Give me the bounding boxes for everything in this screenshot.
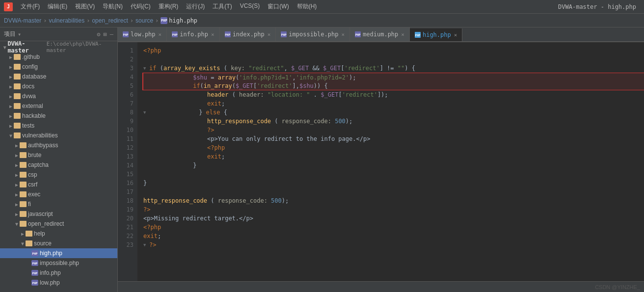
label-docs: docs <box>22 83 34 90</box>
tree-source[interactable]: ▼ source <box>0 239 117 248</box>
breadcrumb-root[interactable]: DVWA-master <box>4 17 41 24</box>
tree-javascript[interactable]: ▶ javascript <box>0 209 117 219</box>
menu-window[interactable]: 窗口(W) <box>264 0 293 13</box>
tree-database[interactable]: ▶ database <box>0 72 117 81</box>
code-str-info1: 'info.php?id=1' <box>239 73 292 82</box>
tree-tests[interactable]: ▶ tests <box>0 121 117 131</box>
sidebar-dropdown-icon[interactable]: ▾ <box>18 31 21 38</box>
menu-run[interactable]: 运行(J) <box>182 0 209 13</box>
code-kw-exit-3: exit <box>143 232 158 240</box>
folder-icon-help <box>26 231 32 237</box>
sidebar-settings-icon[interactable]: ⚙ <box>97 31 100 38</box>
folder-icon-github <box>14 54 21 60</box>
code-tag-1: <?php <box>143 46 161 55</box>
menu-code[interactable]: 代码(C) <box>127 0 155 13</box>
code-line-7: exit; <box>143 99 644 108</box>
tree-exec[interactable]: ▶ exec <box>0 189 117 199</box>
sidebar-layout-icon[interactable]: ⊞ <box>104 31 107 38</box>
tree-high-php[interactable]: ▶ PHP high.php <box>0 248 117 258</box>
tree-info-php[interactable]: ▶ PHP info.php <box>0 268 117 278</box>
fold-arrow-23[interactable]: ▼ <box>143 240 148 249</box>
code-tag-close-2: ?> <box>143 205 150 214</box>
tab-medium-php[interactable]: PHP medium.php × <box>350 27 410 41</box>
tree-hackable[interactable]: ▶ hackable <box>0 111 117 121</box>
tree-docs[interactable]: ▶ docs <box>0 81 117 91</box>
menu-navigate[interactable]: 导航(N) <box>99 0 127 13</box>
menu-help[interactable]: 帮助(H) <box>293 0 321 13</box>
arrow-docs: ▶ <box>8 84 14 89</box>
menu-bar: 文件(F) 编辑(E) 视图(V) 导航(N) 代码(C) 重构(R) 运行(J… <box>17 0 321 13</box>
tree-dvwa[interactable]: ▶ dvwa <box>0 91 117 101</box>
line-num-19: 19 <box>118 205 137 214</box>
tree-open-redirect[interactable]: ▼ open_redirect <box>0 219 117 229</box>
tree-fi[interactable]: ▶ fi <box>0 199 117 209</box>
tree-impossible-php[interactable]: ▶ PHP impossible.php <box>0 258 117 268</box>
breadcrumb-sep-3: › <box>130 17 134 24</box>
tree-root[interactable]: ▼ DVWA-master E:\code\php\DVWA-master <box>0 42 117 52</box>
tab-close-high[interactable]: × <box>454 32 457 38</box>
code-area[interactable]: 1 2 3 4 5 6 7 8 9 10 11 12 13 14 15 16 1… <box>118 42 644 281</box>
sidebar-collapse-icon[interactable]: ― <box>110 31 113 38</box>
tree-authbypass[interactable]: ▶ authbypass <box>0 140 117 150</box>
sidebar-header: 项目 ▾ ⚙ ⊞ ― <box>0 27 117 41</box>
tab-high-php[interactable]: PHP high.php × <box>410 28 462 42</box>
menu-view[interactable]: 视图(V) <box>71 0 99 13</box>
tab-index-php[interactable]: PHP index.php × <box>220 27 276 41</box>
tab-impossible-php[interactable]: PHP impossible.php × <box>276 27 350 41</box>
php-icon-high: PHP <box>31 250 38 256</box>
code-param-response-2: response_code: <box>218 196 268 205</box>
code-tag-close-1: ?> <box>207 126 214 134</box>
label-captcha: captcha <box>28 161 49 168</box>
tree-low-php[interactable]: ▶ PHP low.php <box>0 278 117 288</box>
menu-vcs[interactable]: VCS(S) <box>236 0 264 13</box>
tree-brute[interactable]: ▶ brute <box>0 150 117 160</box>
line-num-17: 17 <box>118 187 137 196</box>
arrow-exec: ▶ <box>14 192 20 197</box>
code-kw-exit-1: exit <box>207 99 221 108</box>
code-fn-http-response: http_response_code <box>207 117 271 126</box>
sidebar-toolbar: ⚙ ⊞ ― <box>97 31 113 38</box>
line-num-11: 11 <box>118 134 137 143</box>
tree-config[interactable]: ▶ config <box>0 62 117 72</box>
tab-close-impossible[interactable]: × <box>341 31 345 38</box>
code-param-key: key: <box>231 64 245 73</box>
tab-close-medium[interactable]: × <box>401 31 404 38</box>
code-content[interactable]: <?php ▼ if (array_key_exists ( key: "red… <box>137 42 644 281</box>
tab-info-php[interactable]: PHP info.php × <box>167 27 219 41</box>
breadcrumb-open-redirect[interactable]: open_redirect <box>92 17 128 24</box>
code-line-18: http_response_code ( response_code: 500)… <box>143 196 644 205</box>
tree-csp[interactable]: ▶ csp <box>0 170 117 180</box>
tree-captcha[interactable]: ▶ captcha <box>0 160 117 170</box>
code-num-500-2: 500 <box>268 196 282 205</box>
breadcrumb: DVWA-master › vulnerabilities › open_red… <box>0 14 644 27</box>
tab-close-info[interactable]: × <box>211 31 215 38</box>
php-icon-info: PHP <box>31 270 38 276</box>
tree-csrf[interactable]: ▶ csrf <box>0 180 117 189</box>
title-bar: J 文件(F) 编辑(E) 视图(V) 导航(N) 代码(C) 重构(R) 运行… <box>0 0 644 14</box>
arrow-database: ▶ <box>8 74 14 80</box>
sidebar-content: ▼ DVWA-master E:\code\php\DVWA-master ▶ … <box>0 41 117 292</box>
tab-close-low[interactable]: × <box>159 31 162 38</box>
breadcrumb-vulnerabilities[interactable]: vulnerabilities <box>49 17 84 24</box>
tree-vulnerabilities[interactable]: ▼ vulnerabilities <box>0 131 117 140</box>
code-var-get-4: $_GET <box>321 90 338 99</box>
menu-tools[interactable]: 工具(T) <box>209 0 236 13</box>
menu-file[interactable]: 文件(F) <box>17 0 44 13</box>
arrow-open-redirect: ▼ <box>14 221 20 227</box>
arrow-help: ▶ <box>20 231 26 237</box>
menu-refactor[interactable]: 重构(R) <box>155 0 183 13</box>
line-num-18: 18 <box>118 196 137 205</box>
code-line-21: <?php <box>143 223 644 232</box>
line-num-7: 7 <box>118 99 137 108</box>
tree-help[interactable]: ▶ help <box>0 229 117 239</box>
label-external: external <box>22 103 43 109</box>
folder-icon-dvwa <box>14 93 21 99</box>
label-open-redirect: open_redirect <box>28 220 64 227</box>
tab-low-php[interactable]: PHP low.php × <box>118 27 167 41</box>
breadcrumb-source[interactable]: source <box>135 17 153 24</box>
tree-external[interactable]: ▶ external <box>0 101 117 111</box>
editor: PHP low.php × PHP info.php × PHP index.p… <box>118 27 644 292</box>
menu-edit[interactable]: 编辑(E) <box>44 0 71 13</box>
folder-icon-authbypass <box>20 142 27 148</box>
tab-close-index[interactable]: × <box>268 31 271 38</box>
